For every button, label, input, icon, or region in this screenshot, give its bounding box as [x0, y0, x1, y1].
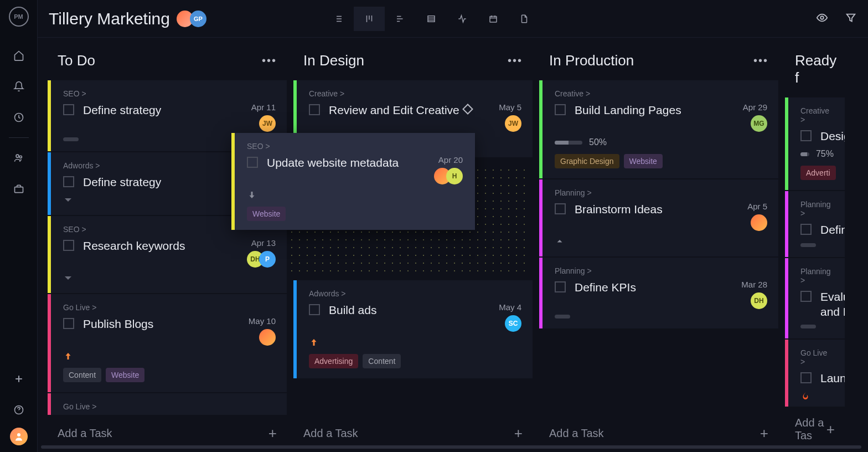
progress-percent: 75%	[816, 149, 834, 159]
card-assignees[interactable]	[259, 329, 276, 346]
priority-icon	[63, 351, 73, 361]
view-doc-icon[interactable]	[509, 7, 540, 31]
card-checkbox[interactable]	[247, 157, 258, 168]
tag[interactable]: Adverti	[800, 166, 836, 180]
card-breadcrumb: Creative	[309, 89, 521, 98]
column-menu-icon[interactable]: •••	[262, 54, 277, 67]
card-assignees[interactable]: DHP	[247, 251, 276, 268]
task-card[interactable]: PlanningBrainstorm IdeasApr 5	[539, 179, 778, 256]
tag[interactable]: Content	[363, 354, 401, 368]
help-icon[interactable]	[9, 400, 29, 420]
tag[interactable]: Website	[624, 154, 663, 168]
card-checkbox[interactable]	[309, 304, 320, 315]
card-assignees[interactable]: MG	[751, 115, 767, 132]
column-title: Ready f	[795, 52, 836, 86]
svg-point-1	[16, 155, 19, 157]
avatar[interactable]: DH	[751, 292, 767, 309]
card-checkbox[interactable]	[800, 130, 812, 141]
team-avatars[interactable]: GP	[180, 11, 206, 27]
card-due-date: Apr 29	[743, 102, 767, 112]
user-avatar[interactable]	[10, 428, 28, 445]
card-assignees[interactable]: H	[434, 168, 463, 184]
home-icon[interactable]	[9, 45, 29, 65]
task-card[interactable]: Go LivePublish BlogsMay 10ContentWebsite	[48, 294, 287, 392]
tag[interactable]: Website	[106, 368, 144, 382]
avatar[interactable]: SC	[505, 315, 521, 332]
card-title: Launch	[820, 371, 845, 386]
avatar[interactable]: JW	[259, 115, 276, 132]
task-card[interactable]: PlanningEvaluate and Ne	[785, 258, 845, 339]
card-due-date: Mar 28	[741, 280, 767, 289]
view-list-icon[interactable]	[323, 7, 354, 31]
expand-icon[interactable]	[63, 273, 73, 283]
people-icon[interactable]	[9, 148, 29, 168]
bell-icon[interactable]	[9, 76, 29, 96]
view-activity-icon[interactable]	[447, 7, 478, 31]
column-menu-icon[interactable]: •••	[753, 54, 768, 67]
card-checkbox[interactable]	[800, 224, 812, 235]
column-prod: In Production•••CreativeBuild Landing Pa…	[536, 38, 782, 452]
view-calendar-icon[interactable]	[478, 7, 509, 31]
card-checkbox[interactable]	[63, 318, 74, 329]
card-due-date: May 4	[499, 302, 521, 312]
progress-bar	[555, 141, 582, 145]
card-checkbox[interactable]	[800, 372, 812, 383]
card-checkbox[interactable]	[63, 240, 74, 251]
task-card[interactable]: CreativeDesign75%Adverti	[785, 97, 845, 190]
card-checkbox[interactable]	[555, 281, 566, 292]
avatar[interactable]: MG	[751, 115, 767, 132]
task-card[interactable]: PlanningDefine	[785, 191, 845, 256]
svg-rect-7	[490, 16, 497, 22]
card-checkbox[interactable]	[309, 104, 320, 115]
card-assignees[interactable]	[751, 214, 767, 231]
column-cards: CreativeDesign75%AdvertiPlanningDefinePl…	[785, 97, 845, 407]
card-checkbox[interactable]	[555, 203, 566, 214]
app-logo[interactable]: PM	[9, 7, 29, 27]
avatar[interactable]	[259, 329, 276, 346]
add-task-label: Add a Tas	[795, 417, 826, 442]
horizontal-scrollbar[interactable]	[41, 445, 861, 449]
task-card[interactable]: CreativeBuild Landing PagesApr 29MG50%Gr…	[539, 80, 778, 178]
milestone-icon	[462, 104, 473, 115]
priority-icon	[800, 391, 810, 401]
view-board-icon[interactable]	[354, 7, 385, 31]
filter-icon[interactable]	[845, 12, 857, 26]
task-card[interactable]: PlanningDefine KPIsMar 28DH	[539, 258, 778, 328]
card-checkbox[interactable]	[63, 176, 74, 187]
dragging-card[interactable]: SEO Update website metadata Apr 20 H Web…	[231, 133, 475, 230]
card-checkbox[interactable]	[63, 104, 74, 115]
card-assignees[interactable]: SC	[505, 315, 521, 332]
card-title: Design	[820, 129, 845, 143]
avatar[interactable]	[751, 214, 767, 231]
card-assignees[interactable]: DH	[751, 292, 767, 309]
card-breadcrumb: Creative	[800, 106, 834, 124]
card-due-date: Apr 5	[747, 202, 767, 211]
avatar[interactable]: H	[446, 168, 463, 184]
column-menu-icon[interactable]: •••	[508, 54, 523, 67]
tag[interactable]: Advertising	[309, 354, 358, 368]
clock-icon[interactable]	[9, 107, 29, 127]
tag[interactable]: Website	[247, 207, 286, 221]
task-card[interactable]: Go LiveContractsMay 9	[48, 393, 287, 415]
card-breadcrumb: Planning	[555, 266, 767, 275]
tag[interactable]: Graphic Design	[555, 154, 619, 168]
briefcase-icon[interactable]	[9, 179, 29, 199]
view-table-icon[interactable]	[416, 7, 447, 31]
card-assignees[interactable]: JW	[259, 115, 276, 132]
column-cards: SEODefine strategyApr 11JWAdwordsDefine …	[48, 80, 287, 415]
task-card[interactable]: Go LiveLaunchAdverti	[785, 340, 845, 407]
card-checkbox[interactable]	[555, 104, 566, 115]
progress-bar	[800, 152, 809, 156]
tag[interactable]: Content	[63, 368, 101, 382]
avatar[interactable]: P	[259, 251, 276, 268]
card-breadcrumb: Go Live	[63, 303, 276, 312]
view-gantt-icon[interactable]	[385, 7, 416, 31]
task-card[interactable]: AdwordsBuild adsMay 4SCAdvertisingConten…	[293, 280, 533, 378]
card-assignees[interactable]: JW	[505, 115, 521, 132]
card-checkbox[interactable]	[800, 291, 812, 302]
add-icon[interactable]	[9, 369, 29, 389]
expand-icon[interactable]	[63, 195, 73, 205]
avatar[interactable]: JW	[505, 115, 521, 132]
visibility-icon[interactable]	[816, 12, 828, 26]
avatar[interactable]: GP	[190, 11, 206, 27]
